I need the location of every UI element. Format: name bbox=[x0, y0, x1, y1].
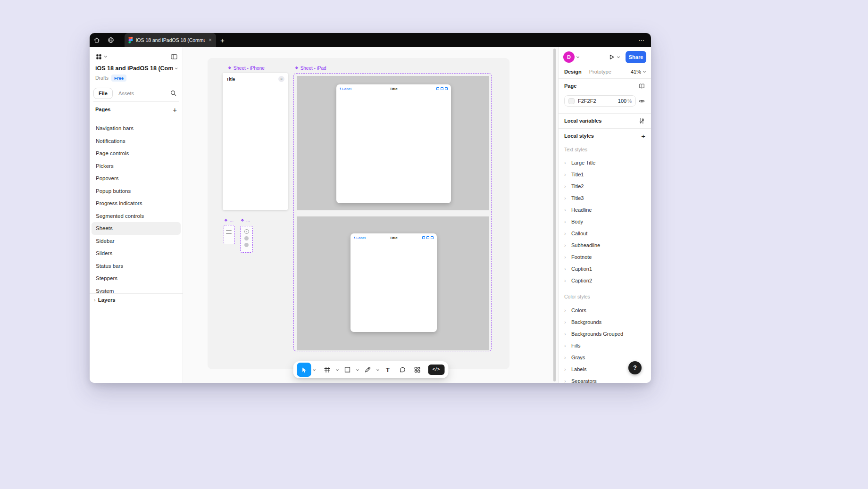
frame-tool-dropdown[interactable] bbox=[334, 368, 340, 372]
window-content: iOS 18 and iPadOS 18 (Com... Drafts Free… bbox=[90, 47, 651, 383]
text-style-item[interactable]: › Caption2 bbox=[559, 274, 651, 286]
ipad-sheet[interactable]: ‹ Label Title bbox=[351, 233, 437, 332]
collapse-sidebar-button[interactable] bbox=[170, 53, 178, 60]
small-component-lines[interactable] bbox=[224, 225, 235, 244]
page-list-item[interactable]: Sidebar bbox=[92, 235, 181, 248]
move-tool-button[interactable] bbox=[297, 363, 311, 377]
text-style-item[interactable]: › Title3 bbox=[559, 192, 651, 204]
opacity-field[interactable]: 100 % bbox=[614, 96, 635, 106]
text-style-item[interactable]: › Title1 bbox=[559, 168, 651, 180]
resources-tool-button[interactable] bbox=[410, 363, 424, 377]
frame-label-sheet-ipad[interactable]: ❖ Sheet - iPad bbox=[295, 65, 326, 71]
resources-icon bbox=[413, 366, 421, 373]
styles-library-button[interactable] bbox=[638, 83, 645, 90]
page-list-item[interactable]: Navigation bars bbox=[92, 122, 181, 135]
comment-tool-button[interactable] bbox=[395, 363, 409, 377]
ipad-sheet-variant-frame[interactable]: ‹ Label Title bbox=[297, 76, 489, 210]
ipad-component-set[interactable]: ‹ Label Title bbox=[293, 73, 492, 351]
page-list-item[interactable]: Progress indicators bbox=[92, 197, 181, 210]
zoom-menu[interactable]: 41% bbox=[631, 69, 646, 75]
move-tool-dropdown[interactable] bbox=[311, 368, 317, 372]
page-list-item[interactable]: Sheets bbox=[92, 222, 181, 235]
chevron-down-icon[interactable] bbox=[617, 55, 620, 59]
page-list-item-label: Segmented controls bbox=[96, 213, 144, 219]
ipad-sheet[interactable]: ‹ Label Title bbox=[336, 84, 451, 203]
sheet-close-button[interactable]: × bbox=[278, 76, 284, 82]
tab-assets[interactable]: Assets bbox=[114, 88, 139, 99]
text-style-item[interactable]: › Title2 bbox=[559, 180, 651, 192]
text-style-item[interactable]: › Footnote bbox=[559, 251, 651, 263]
chevron-down-icon[interactable] bbox=[576, 55, 580, 59]
page-list-item[interactable]: Steppers bbox=[92, 272, 181, 285]
chevron-right-icon: › bbox=[564, 207, 567, 213]
tab-design[interactable]: Design bbox=[564, 69, 582, 75]
text-style-item[interactable]: › Body bbox=[559, 215, 651, 227]
color-style-item[interactable]: › Backgrounds bbox=[559, 316, 651, 328]
color-style-item[interactable]: › Backgrounds Grouped bbox=[559, 328, 651, 340]
help-button[interactable]: ? bbox=[628, 361, 642, 374]
window-control-icon bbox=[426, 236, 429, 239]
text-style-item[interactable]: › Callout bbox=[559, 227, 651, 239]
canvas-scrollbar[interactable] bbox=[553, 49, 556, 381]
text-style-item[interactable]: › Caption1 bbox=[559, 263, 651, 274]
add-page-button[interactable]: + bbox=[173, 106, 177, 113]
search-button[interactable] bbox=[168, 88, 179, 99]
drafts-link[interactable]: Drafts bbox=[95, 75, 108, 81]
style-name: Backgrounds Grouped bbox=[571, 331, 623, 337]
canvas[interactable]: ❖ Sheet - iPhone Title × ❖ Sheet - iPad bbox=[183, 47, 558, 383]
shape-tool-button[interactable] bbox=[340, 363, 354, 377]
pen-tool-button[interactable] bbox=[360, 363, 375, 377]
tab-file[interactable]: File bbox=[93, 88, 113, 99]
small-component-controls[interactable]: × bbox=[240, 226, 253, 253]
component-label[interactable]: ❖ ... bbox=[241, 217, 250, 224]
present-button[interactable] bbox=[608, 53, 615, 61]
community-button[interactable] bbox=[104, 33, 118, 47]
frame-label-sheet-iphone[interactable]: ❖ Sheet - iPhone bbox=[228, 65, 265, 71]
window-more-button[interactable]: ⋯ bbox=[638, 37, 645, 44]
color-style-item[interactable]: › Fills bbox=[559, 340, 651, 351]
pen-tool-dropdown[interactable] bbox=[375, 368, 380, 372]
page-list-item-label: Steppers bbox=[96, 275, 117, 281]
style-name: Caption1 bbox=[571, 266, 592, 272]
dev-mode-toggle[interactable]: </> bbox=[428, 365, 444, 375]
page-list-item[interactable]: System bbox=[92, 285, 181, 294]
page-list-item[interactable]: Popovers bbox=[92, 172, 181, 185]
page-list-item[interactable]: Notifications bbox=[92, 135, 181, 148]
shape-tool-dropdown[interactable] bbox=[355, 368, 360, 372]
main-menu-button[interactable] bbox=[95, 53, 108, 60]
tab-close-icon[interactable]: × bbox=[208, 37, 212, 43]
avatar[interactable]: D bbox=[563, 51, 575, 63]
page-list-item[interactable]: Segmented controls bbox=[92, 210, 181, 223]
page-list-item[interactable]: Page controls bbox=[92, 147, 181, 160]
frame-tool-button[interactable] bbox=[320, 363, 334, 377]
layers-section-header[interactable]: › Layers bbox=[90, 293, 183, 306]
page-list-item[interactable]: Popup buttons bbox=[92, 185, 181, 198]
file-location-row: Drafts Free bbox=[95, 74, 126, 82]
tab-prototype[interactable]: Prototype bbox=[589, 69, 611, 75]
text-style-item[interactable]: › Large Title bbox=[559, 157, 651, 168]
component-set-icon: ❖ bbox=[241, 218, 244, 223]
new-tab-button[interactable]: + bbox=[220, 37, 225, 44]
share-button[interactable]: Share bbox=[626, 51, 646, 63]
iphone-sheet-frame[interactable]: Title × bbox=[223, 73, 288, 210]
component-label-text: ... bbox=[230, 218, 234, 223]
add-style-button[interactable]: + bbox=[641, 133, 645, 140]
toggle-visibility-button[interactable] bbox=[638, 98, 645, 105]
page-color-control[interactable]: F2F2F2 100 % bbox=[564, 95, 636, 107]
color-style-item[interactable]: › Colors bbox=[559, 304, 651, 316]
home-button[interactable] bbox=[90, 33, 104, 47]
text-style-item[interactable]: › Subheadline bbox=[559, 239, 651, 251]
page-list-item[interactable]: Status bars bbox=[92, 260, 181, 273]
ipad-sheet-variant-frame[interactable]: ‹ Label Title bbox=[297, 216, 489, 350]
open-variables-button[interactable] bbox=[638, 117, 645, 124]
color-hex-field[interactable]: F2F2F2 bbox=[565, 96, 614, 106]
color-style-item[interactable]: › Separators bbox=[559, 375, 651, 383]
text-tool-button[interactable]: T bbox=[381, 363, 395, 377]
component-label[interactable]: ❖ ... bbox=[224, 217, 234, 224]
file-tab[interactable]: iOS 18 and iPadOS 18 (Community × bbox=[125, 33, 216, 47]
file-name-dropdown[interactable]: iOS 18 and iPadOS 18 (Com... bbox=[95, 63, 178, 74]
page-list-item[interactable]: Pickers bbox=[92, 160, 181, 173]
page-list-item[interactable]: Sliders bbox=[92, 247, 181, 260]
text-style-item[interactable]: › Headline bbox=[559, 204, 651, 215]
color-swatch[interactable] bbox=[568, 98, 575, 104]
